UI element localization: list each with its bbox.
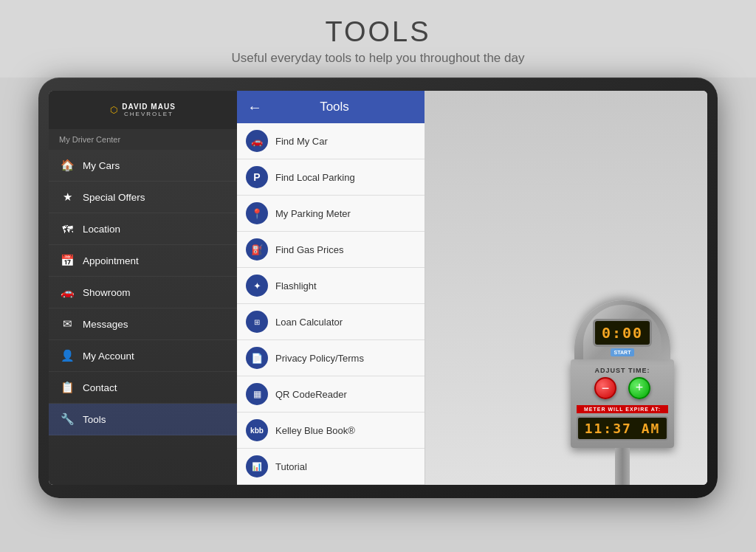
- sidebar-label-contact: Contact: [83, 382, 117, 393]
- flashlight-icon: ✦: [246, 275, 268, 297]
- meter-time-value: 0:00: [599, 324, 645, 342]
- sidebar-item-my-account[interactable]: 👤 My Account: [49, 340, 237, 372]
- home-icon: 🏠: [59, 157, 75, 173]
- tool-label-qr-code-reader: QR CodeReader: [275, 389, 347, 400]
- tool-label-flashlight: Flashlight: [275, 280, 317, 291]
- page-header: TOOLS Useful everyday tools to help you …: [0, 0, 756, 77]
- tool-item-my-parking-meter[interactable]: 📍 My Parking Meter: [237, 196, 425, 232]
- meter-plus-button[interactable]: +: [628, 377, 650, 399]
- qr-code-reader-icon: ▦: [246, 383, 268, 405]
- tool-item-find-my-car[interactable]: 🚗 Find My Car: [237, 123, 425, 159]
- sidebar-label-messages: Messages: [83, 319, 128, 330]
- find-my-car-icon: 🚗: [246, 130, 268, 152]
- sidebar-label-my-account: My Account: [83, 351, 134, 362]
- calendar-icon: 📅: [59, 252, 75, 269]
- tool-item-kelley-blue-book[interactable]: kbb Kelley Blue Book®: [237, 413, 425, 449]
- meter-buttons: − +: [577, 377, 668, 399]
- sidebar-label-special-offers: Special Offers: [83, 192, 145, 203]
- back-button[interactable]: ←: [247, 99, 262, 116]
- parking-meter: 0:00 START ADJUST TIME: − +: [552, 300, 693, 485]
- my-parking-meter-icon: 📍: [246, 202, 268, 224]
- meter-expire-time-value: 11:37 AM: [581, 421, 664, 436]
- tools-panel-title: Tools: [272, 100, 414, 114]
- plus-icon: +: [636, 381, 644, 394]
- tool-item-qr-code-reader[interactable]: ▦ QR CodeReader: [237, 376, 425, 413]
- map-icon: 🗺: [59, 221, 75, 237]
- tool-item-flashlight[interactable]: ✦ Flashlight: [237, 268, 425, 304]
- find-local-parking-icon: P: [246, 166, 268, 188]
- sidebar-label-tools: Tools: [83, 414, 106, 425]
- tool-label-my-parking-meter: My Parking Meter: [275, 208, 351, 219]
- meter-dome: 0:00 START: [574, 300, 670, 359]
- sidebar-item-location[interactable]: 🗺 Location: [49, 213, 237, 245]
- sidebar-item-messages[interactable]: ✉ Messages: [49, 308, 237, 340]
- minus-icon: −: [596, 379, 615, 398]
- loan-calculator-icon: ⊞: [246, 311, 268, 333]
- sidebar-item-special-offers[interactable]: ★ Special Offers: [49, 182, 237, 213]
- tool-label-find-gas-prices: Find Gas Prices: [275, 244, 343, 255]
- meter-panel: 0:00 START ADJUST TIME: − +: [425, 91, 707, 485]
- car-icon: 🚗: [59, 284, 75, 300]
- sidebar: ⬡ DAVID MAUS CHEVROLET My Driver Center …: [49, 91, 237, 485]
- tool-item-tutorial[interactable]: 📊 Tutorial: [237, 449, 425, 485]
- tablet-screen: ⬡ DAVID MAUS CHEVROLET My Driver Center …: [49, 91, 707, 485]
- tool-label-find-local-parking: Find Local Parking: [275, 172, 355, 183]
- sidebar-item-appointment[interactable]: 📅 Appointment: [49, 245, 237, 277]
- user-icon: 👤: [59, 348, 75, 364]
- sidebar-label-my-cars: My Cars: [83, 160, 120, 171]
- meter-pole: [615, 448, 630, 485]
- kelley-blue-book-icon: kbb: [246, 419, 268, 441]
- tools-icon: 🔧: [59, 411, 75, 427]
- tool-item-loan-calculator[interactable]: ⊞ Loan Calculator: [237, 304, 425, 340]
- privacy-policy-icon: 📄: [246, 347, 268, 369]
- page-title: TOOLS: [0, 16, 756, 48]
- envelope-icon: ✉: [59, 316, 75, 332]
- star-icon: ★: [59, 189, 75, 205]
- sidebar-label-showroom: Showroom: [83, 287, 131, 298]
- sidebar-item-my-cars[interactable]: 🏠 My Cars: [49, 150, 237, 182]
- meter-start-button[interactable]: START: [611, 348, 635, 356]
- meter-body: ADJUST TIME: − + METER WILL EXPIRE AT: 1…: [571, 359, 674, 448]
- sidebar-item-showroom[interactable]: 🚗 Showroom: [49, 277, 237, 308]
- meter-adjust-label: ADJUST TIME:: [577, 367, 668, 374]
- meter-minus-button[interactable]: −: [594, 377, 616, 399]
- tool-item-find-local-parking[interactable]: P Find Local Parking: [237, 159, 425, 196]
- tool-label-find-my-car: Find My Car: [275, 136, 328, 147]
- brand-sub: CHEVROLET: [124, 111, 173, 117]
- driver-center-label: My Driver Center: [49, 129, 237, 150]
- tool-label-tutorial: Tutorial: [275, 461, 307, 472]
- tool-label-privacy-policy: Privacy Policy/Terms: [275, 353, 364, 364]
- chevrolet-logo-icon: ⬡: [110, 105, 117, 115]
- clipboard-icon: 📋: [59, 379, 75, 396]
- tools-list: 🚗 Find My Car P Find Local Parking 📍 My …: [237, 123, 425, 485]
- brand-name: DAVID MAUS: [122, 103, 176, 111]
- find-gas-prices-icon: ⛽: [246, 238, 268, 261]
- logo-text: DAVID MAUS CHEVROLET: [122, 103, 176, 117]
- meter-time-display: 0:00: [593, 319, 652, 347]
- meter-expire-banner: METER WILL EXPIRE AT:: [577, 405, 668, 413]
- tool-label-kelley-blue-book: Kelley Blue Book®: [275, 425, 355, 436]
- page-subtitle: Useful everyday tools to help you throug…: [0, 51, 756, 66]
- sidebar-nav: 🏠 My Cars ★ Special Offers 🗺 Location 📅 …: [49, 150, 237, 485]
- sidebar-label-appointment: Appointment: [83, 255, 139, 266]
- tutorial-icon: 📊: [246, 455, 268, 477]
- tool-item-privacy-policy[interactable]: 📄 Privacy Policy/Terms: [237, 340, 425, 376]
- sidebar-label-location: Location: [83, 224, 120, 235]
- sidebar-item-contact[interactable]: 📋 Contact: [49, 372, 237, 404]
- meter-expire-time-display: 11:37 AM: [577, 416, 668, 441]
- sidebar-logo: ⬡ DAVID MAUS CHEVROLET: [49, 91, 237, 129]
- tool-label-loan-calculator: Loan Calculator: [275, 317, 343, 328]
- tools-header: ← Tools: [237, 91, 425, 123]
- tablet-frame: ⬡ DAVID MAUS CHEVROLET My Driver Center …: [38, 77, 718, 498]
- tool-item-find-gas-prices[interactable]: ⛽ Find Gas Prices: [237, 232, 425, 268]
- tools-panel: ← Tools 🚗 Find My Car P Find Local Parki…: [237, 91, 425, 485]
- sidebar-item-tools[interactable]: 🔧 Tools: [49, 404, 237, 435]
